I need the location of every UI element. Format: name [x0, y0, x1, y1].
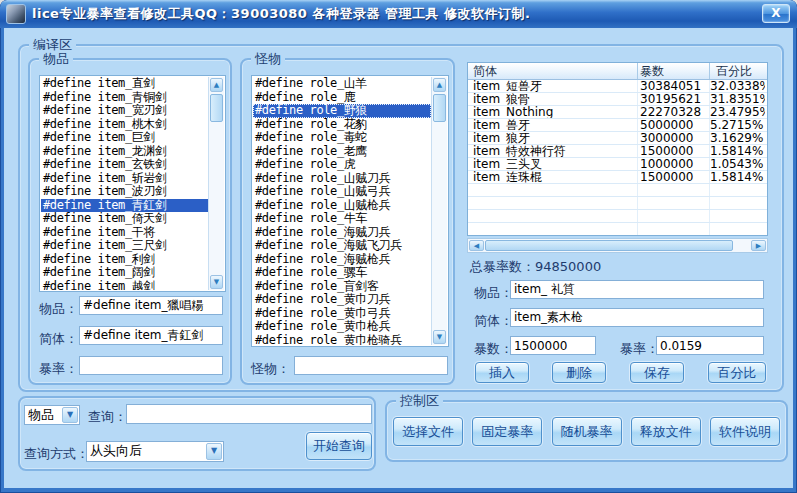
query-type-combobox[interactable]: 物品 ▼	[24, 405, 80, 425]
table-row[interactable]: item_三头叉10000001.0543%	[468, 158, 767, 171]
result-item-label: 物品：	[474, 284, 513, 302]
list-item[interactable]: #define role_山贼弓兵	[253, 185, 431, 199]
result-item-input[interactable]	[510, 280, 764, 299]
col-header-simp[interactable]: 简体	[468, 63, 638, 79]
list-item[interactable]: #define item_宽刃剑	[41, 104, 208, 118]
scrollbar-thumb[interactable]	[433, 94, 446, 122]
insert-button[interactable]: 插入	[475, 362, 529, 383]
list-item[interactable]: #define role_黄巾枪兵	[253, 320, 431, 334]
scroll-left-icon[interactable]: ◀	[469, 240, 484, 251]
result-rate-input[interactable]	[656, 336, 764, 355]
titlebar[interactable]: lice专业暴率查看修改工具QQ：39003080 各种登录器 管理工具 修改软…	[0, 0, 797, 28]
random-rate-button[interactable]: 随机暴率	[552, 417, 622, 446]
table-cell: 32.0338%	[710, 80, 765, 92]
list-item[interactable]: #define role_花豹	[253, 118, 431, 132]
list-item[interactable]: #define role_老鹰	[253, 145, 431, 159]
total-rate: 总暴率数：94850000	[470, 258, 601, 276]
table-cell: 23.4795%	[710, 106, 765, 118]
list-item[interactable]: #define item_巨剑	[41, 131, 208, 145]
list-item[interactable]: #define item_斩岩剑	[41, 172, 208, 186]
col-header-percent[interactable]: 百分比	[710, 63, 765, 79]
select-file-button[interactable]: 选择文件	[393, 417, 463, 446]
list-item[interactable]: #define role_山羊	[253, 77, 431, 91]
rate-field-input[interactable]	[79, 356, 223, 375]
scroll-down-icon[interactable]: ▼	[433, 330, 446, 344]
list-item[interactable]: #define role_黄巾枪骑兵	[253, 334, 431, 346]
list-item[interactable]: #define item_玄铁剑	[41, 158, 208, 172]
list-item[interactable]: #define role_毒蛇	[253, 131, 431, 145]
list-item[interactable]: #define item_越剑	[41, 280, 208, 291]
table-row[interactable]: item_特效神行符15000001.5814%	[468, 145, 767, 158]
monsters-listbox[interactable]: #define role_山羊#define role_鹿#define rol…	[251, 75, 449, 347]
query-mode-combobox[interactable]: 从头向后 ▼	[86, 441, 224, 462]
list-item[interactable]: #define role_野狼	[253, 104, 431, 118]
table-row[interactable]: item_短兽牙3038405132.0338%	[468, 80, 767, 93]
monsters-scrollbar[interactable]: ▲ ▼	[431, 77, 447, 345]
table-row[interactable]: item_兽牙50000005.2715%	[468, 119, 767, 132]
list-item[interactable]: #define item_龙渊剑	[41, 145, 208, 159]
delete-button[interactable]: 删除	[552, 362, 606, 383]
table-hscrollbar[interactable]: ◀ ▶	[467, 238, 768, 253]
table-row[interactable]: item_狼牙30000003.1629%	[468, 132, 767, 145]
table-row[interactable]: item_狼骨3019562131.8351%	[468, 93, 767, 106]
items-listbox[interactable]: #define item_直剑#define item_青铜剑#define i…	[39, 75, 226, 292]
list-item[interactable]: #define role_黄巾弓兵	[253, 307, 431, 321]
list-item[interactable]: #define role_骡车	[253, 266, 431, 280]
list-item[interactable]: #define item_直剑	[41, 77, 208, 91]
close-button[interactable]: X	[762, 4, 790, 23]
table-row[interactable]: item_连珠棍15000001.5814%	[468, 171, 767, 184]
simp-field-input[interactable]	[79, 326, 223, 345]
hscrollbar-thumb[interactable]	[485, 240, 733, 251]
list-item[interactable]: #define item_倚天剑	[41, 212, 208, 226]
percent-button[interactable]: 百分比	[708, 362, 766, 383]
total-rate-label: 总暴率数：	[470, 259, 535, 274]
scrollbar-thumb[interactable]	[210, 94, 223, 122]
scroll-up-icon[interactable]: ▲	[210, 78, 223, 92]
chevron-down-icon[interactable]: ▼	[62, 407, 78, 423]
scroll-down-icon[interactable]: ▼	[210, 275, 223, 289]
list-item[interactable]: #define role_虎	[253, 158, 431, 172]
item-field-input[interactable]	[79, 296, 223, 315]
fixed-rate-button[interactable]: 固定暴率	[472, 417, 542, 446]
table-header[interactable]: 简体 暴数 百分比	[468, 63, 767, 80]
scroll-up-icon[interactable]: ▲	[433, 78, 446, 92]
release-file-button[interactable]: 释放文件	[631, 417, 701, 446]
list-item[interactable]: #define item_波刃剑	[41, 185, 208, 199]
list-item[interactable]: #define role_盲剑客	[253, 280, 431, 294]
list-item[interactable]: #define role_山贼刀兵	[253, 172, 431, 186]
list-item[interactable]: #define item_干将	[41, 226, 208, 240]
items-scrollbar[interactable]: ▲ ▼	[208, 77, 224, 290]
table-cell	[638, 223, 710, 235]
list-item[interactable]: #define role_海贼枪兵	[253, 253, 431, 267]
list-item[interactable]: #define role_山贼枪兵	[253, 199, 431, 213]
list-item[interactable]: #define item_利剑	[41, 253, 208, 267]
list-item[interactable]: #define item_青铜剑	[41, 91, 208, 105]
list-item[interactable]: #define item_桃木剑	[41, 118, 208, 132]
result-count-input[interactable]	[510, 336, 596, 355]
rate-field-label: 暴率：	[39, 360, 78, 378]
start-query-button[interactable]: 开始查询	[306, 432, 372, 460]
list-item[interactable]: #define role_牛车	[253, 212, 431, 226]
list-item[interactable]: #define role_海贼刀兵	[253, 226, 431, 240]
monsters-list[interactable]: #define role_山羊#define role_鹿#define rol…	[253, 77, 431, 345]
query-mode-label: 查询方式：	[24, 445, 89, 463]
table-cell: item_连珠棍	[468, 171, 638, 183]
monster-field-input[interactable]	[294, 356, 448, 375]
col-header-count[interactable]: 暴数	[638, 63, 710, 79]
items-list[interactable]: #define item_直剑#define item_青铜剑#define i…	[41, 77, 208, 290]
scroll-right-icon[interactable]: ▶	[751, 240, 766, 251]
list-item[interactable]: #define item_三尺剑	[41, 239, 208, 253]
software-info-button[interactable]: 软件说明	[710, 417, 780, 446]
save-button[interactable]: 保存	[630, 362, 684, 383]
list-item[interactable]: #define item_阔剑	[41, 266, 208, 280]
list-item[interactable]: #define item_青釭剑	[41, 199, 208, 213]
result-simp-input[interactable]	[510, 308, 764, 327]
chevron-down-icon[interactable]: ▼	[206, 443, 222, 460]
result-table[interactable]: 简体 暴数 百分比 item_短兽牙3038405132.0338%item_狼…	[467, 62, 768, 236]
list-item[interactable]: #define role_黄巾刀兵	[253, 293, 431, 307]
table-row[interactable]: item_Nothing2227032823.4795%	[468, 106, 767, 119]
list-item[interactable]: #define role_海贼飞刀兵	[253, 239, 431, 253]
list-item[interactable]: #define role_鹿	[253, 91, 431, 105]
table-cell	[468, 223, 638, 235]
query-input[interactable]	[126, 404, 372, 424]
